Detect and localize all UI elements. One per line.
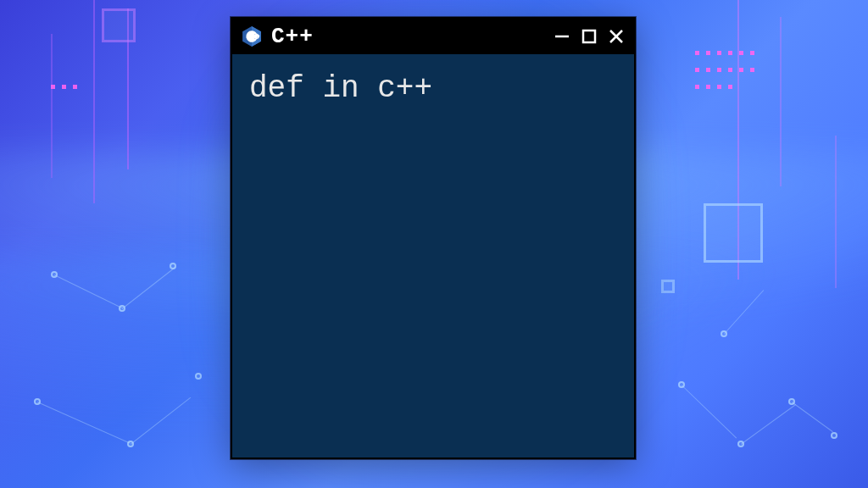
app-window: C++ def in c++ bbox=[231, 17, 636, 459]
cpp-logo-icon bbox=[241, 25, 263, 47]
svg-rect-5 bbox=[259, 35, 259, 37]
close-button[interactable] bbox=[607, 27, 626, 46]
maximize-icon bbox=[581, 28, 598, 45]
maximize-button[interactable] bbox=[580, 27, 598, 46]
window-title: C++ bbox=[271, 24, 544, 49]
window-controls bbox=[553, 27, 626, 46]
svg-rect-3 bbox=[255, 35, 256, 37]
editor-content[interactable]: def in c++ bbox=[232, 54, 634, 123]
close-icon bbox=[608, 28, 625, 45]
svg-rect-7 bbox=[583, 30, 595, 42]
minimize-button[interactable] bbox=[553, 27, 571, 46]
minimize-icon bbox=[554, 28, 570, 45]
titlebar[interactable]: C++ bbox=[232, 19, 634, 54]
